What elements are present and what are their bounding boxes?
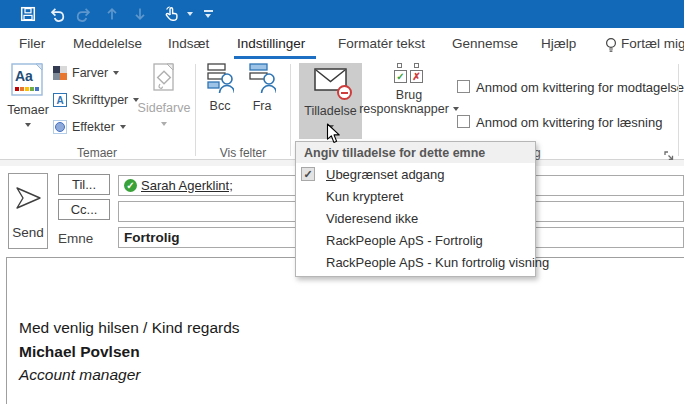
- active-tab-underline: [234, 56, 316, 59]
- tab-hjaelp[interactable]: Hjælp: [541, 36, 576, 51]
- outlook-compose-window: Filer Meddelelse Indsæt Indstillinger Fo…: [0, 0, 684, 404]
- menu-item-confidential[interactable]: RackPeople ApS - Fortrolig: [296, 229, 535, 251]
- voting-buttons-icon: ✓ ✗: [393, 63, 425, 84]
- permission-icon: [314, 68, 347, 95]
- svg-text:Aa: Aa: [15, 68, 33, 84]
- theme-colors-dropdown-icon[interactable]: [113, 71, 119, 75]
- group-divider: [290, 64, 291, 156]
- theme-colors-icon: [53, 66, 67, 80]
- undo-icon[interactable]: [46, 5, 66, 23]
- read-receipt-checkbox[interactable]: [457, 115, 470, 128]
- tab-gennemse[interactable]: Gennemse: [452, 36, 518, 51]
- tab-meddelelse[interactable]: Meddelelse: [73, 36, 142, 51]
- menu-item-confidential-view-only[interactable]: RackPeople ApS - Kun fortrolig visning: [296, 251, 535, 273]
- voting-dropdown-icon[interactable]: [453, 107, 459, 111]
- bcc-button[interactable]: Bcc: [201, 63, 239, 113]
- page-color-icon: [150, 63, 178, 93]
- theme-effects-dropdown-icon[interactable]: [120, 125, 126, 129]
- show-fields-group-label: Vis felter: [206, 146, 280, 160]
- tell-me-search[interactable]: Fortæl mig: [621, 36, 684, 51]
- cc-button[interactable]: Cc...: [58, 199, 110, 220]
- group-divider: [195, 64, 196, 156]
- page-color-dropdown-icon: [161, 122, 167, 126]
- themes-dropdown-icon[interactable]: [25, 123, 31, 127]
- tab-filer[interactable]: Filer: [19, 36, 45, 51]
- move-down-icon[interactable]: [130, 5, 150, 23]
- tab-formater-tekst[interactable]: Formatér tekst: [338, 36, 425, 51]
- menu-item-encrypt-only[interactable]: Kun krypteret: [296, 185, 535, 207]
- menu-item-unrestricted[interactable]: ✓ Ubegrænset adgang: [296, 163, 535, 185]
- checkmark-icon: ✓: [301, 167, 315, 181]
- theme-effects-icon: [53, 120, 67, 134]
- theme-fonts-icon: A: [53, 93, 67, 107]
- from-icon: [249, 63, 276, 94]
- message-body[interactable]: Med venlig hilsen / Kind regards Michael…: [6, 257, 684, 404]
- themes-button[interactable]: Aa Temaer: [6, 63, 50, 127]
- subject-label: Emne: [58, 231, 93, 246]
- subject-value: Fortrolig: [124, 230, 180, 245]
- to-button[interactable]: Til...: [58, 174, 110, 195]
- save-icon[interactable]: [18, 5, 38, 23]
- send-button[interactable]: Send: [8, 173, 48, 249]
- from-button[interactable]: Fra: [243, 63, 281, 113]
- read-receipt-label[interactable]: Anmod om kvittering for læsning: [476, 115, 662, 130]
- delivery-receipt-label[interactable]: Anmod om kvittering for modtagelse: [476, 80, 684, 95]
- recipient-chip[interactable]: Sarah Agerklint;: [141, 178, 233, 193]
- themes-group-label: Temaer: [60, 146, 134, 160]
- menu-item-do-not-forward[interactable]: Videresend ikke: [296, 207, 535, 229]
- signature-line-3: Account manager: [19, 363, 240, 387]
- mouse-cursor: [326, 123, 342, 149]
- touch-mode-icon[interactable]: [158, 5, 184, 23]
- send-plane-icon: [15, 186, 42, 210]
- theme-colors-button[interactable]: Farver: [53, 66, 119, 80]
- signature-line-2: Michael Povlsen: [19, 340, 240, 364]
- move-up-icon[interactable]: [102, 5, 122, 23]
- presence-available-icon: ✓: [124, 179, 137, 192]
- permission-menu: Angiv tilladelse for dette emne ✓ Ubegræ…: [295, 141, 536, 277]
- bcc-icon: [207, 63, 234, 94]
- page-color-button[interactable]: Sidefarve: [138, 63, 190, 126]
- voting-buttons-button[interactable]: ✓ ✗ Brug responsknapper: [358, 63, 460, 116]
- tab-indsaet[interactable]: Indsæt: [168, 36, 209, 51]
- redo-icon[interactable]: [74, 5, 94, 23]
- signature-line-1: Med venlig hilsen / Kind regards: [19, 316, 240, 340]
- theme-fonts-button[interactable]: A Skrifttyper: [53, 93, 139, 107]
- touch-mode-dropdown-icon[interactable]: [184, 5, 196, 23]
- title-bar: [0, 0, 684, 28]
- theme-effects-button[interactable]: Effekter: [53, 120, 126, 134]
- group-divider: [678, 64, 679, 156]
- tab-indstillinger[interactable]: Indstillinger: [237, 36, 305, 51]
- delivery-receipt-checkbox[interactable]: [457, 80, 470, 93]
- themes-icon: Aa: [11, 63, 45, 97]
- customize-qat-icon[interactable]: [200, 5, 216, 23]
- ribbon-tab-bar: Filer Meddelelse Indsæt Indstillinger Fo…: [0, 28, 684, 60]
- lightbulb-icon: [604, 37, 618, 58]
